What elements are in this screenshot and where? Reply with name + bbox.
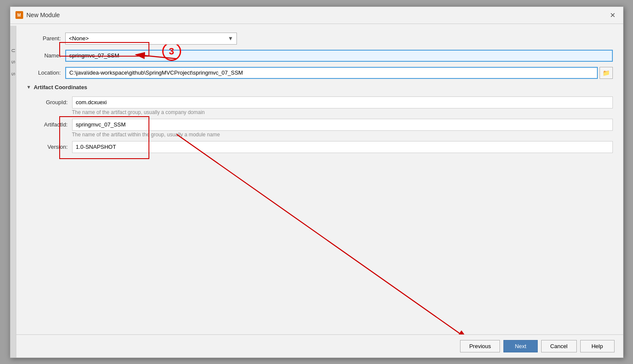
location-control: 📁 bbox=[65, 67, 613, 79]
title-bar-left: M New Module bbox=[15, 11, 60, 19]
location-input[interactable] bbox=[65, 67, 598, 79]
version-row: Version: bbox=[33, 141, 613, 153]
svg-line-3 bbox=[176, 134, 466, 334]
cancel-button[interactable]: Cancel bbox=[541, 340, 576, 352]
sidebar-text: U S S bbox=[10, 45, 16, 173]
artifact-coordinates-section: ▼ Artifact Coordinates GroupId: The name… bbox=[27, 84, 613, 153]
groupid-hint: The name of the artifact group, usually … bbox=[72, 108, 613, 119]
artifact-fields: GroupId: The name of the artifact group,… bbox=[33, 96, 613, 153]
name-row: Name: bbox=[27, 50, 613, 62]
sidebar-char-3: S bbox=[11, 72, 16, 75]
parent-select-wrapper: <None> ▼ bbox=[65, 33, 237, 45]
title-bar: M New Module ✕ bbox=[10, 7, 623, 24]
dialog-content: 3 Parent: <None> ▼ Name: Location: bbox=[16, 24, 623, 334]
dialog-footer: Previous Next Cancel Help bbox=[10, 334, 623, 358]
groupid-control bbox=[72, 96, 613, 108]
dialog-title: New Module bbox=[27, 12, 60, 18]
artifact-section-header[interactable]: ▼ Artifact Coordinates bbox=[27, 84, 613, 90]
app-icon: M bbox=[15, 11, 23, 19]
artifactid-label: ArtifactId: bbox=[33, 121, 72, 128]
groupid-row: GroupId: bbox=[33, 96, 613, 108]
close-button[interactable]: ✕ bbox=[607, 10, 618, 20]
parent-label: Parent: bbox=[27, 35, 65, 42]
help-button[interactable]: Help bbox=[580, 340, 615, 352]
location-label: Location: bbox=[27, 69, 65, 76]
artifactid-control bbox=[72, 119, 613, 131]
name-control bbox=[65, 50, 613, 62]
version-input[interactable] bbox=[72, 141, 613, 153]
artifact-section-title: Artifact Coordinates bbox=[33, 84, 87, 90]
sidebar-char-2: S bbox=[11, 60, 16, 63]
new-module-dialog: M New Module ✕ U S S 3 Parent: <None> bbox=[10, 6, 624, 358]
browse-folder-button[interactable]: 📁 bbox=[600, 67, 613, 79]
location-row: Location: 📁 bbox=[27, 67, 613, 79]
version-control bbox=[72, 141, 613, 153]
groupid-input[interactable] bbox=[72, 96, 613, 108]
groupid-label: GroupId: bbox=[33, 99, 72, 105]
parent-control: <None> ▼ bbox=[65, 33, 613, 45]
name-input[interactable] bbox=[65, 50, 613, 62]
name-label: Name: bbox=[27, 52, 65, 59]
parent-select[interactable]: <None> bbox=[65, 33, 237, 45]
collapse-arrow-icon: ▼ bbox=[27, 84, 31, 90]
sidebar-strip: U S S bbox=[10, 26, 16, 358]
parent-row: Parent: <None> ▼ bbox=[27, 33, 613, 45]
previous-button[interactable]: Previous bbox=[460, 340, 500, 352]
sidebar-char-1: U bbox=[11, 49, 16, 52]
artifactid-hint: The name of the artifact within the grou… bbox=[72, 131, 613, 141]
artifactid-row: ArtifactId: bbox=[33, 119, 613, 131]
next-button[interactable]: Next bbox=[503, 340, 538, 352]
version-label: Version: bbox=[33, 144, 72, 150]
artifactid-input[interactable] bbox=[72, 119, 613, 131]
